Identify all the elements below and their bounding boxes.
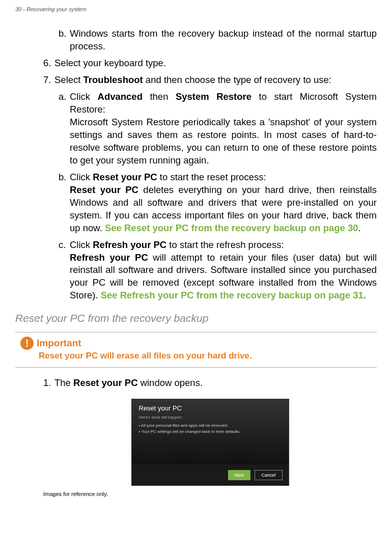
list-sub-b-top: b. Windows starts from the recovery back… [59,27,377,53]
text-pre: Select [54,74,83,85]
cancel-button: Cancel [255,470,282,480]
important-note: !Important Reset your PC will erase all … [15,332,377,368]
marker: c. [59,239,66,252]
text: Windows starts from the recovery backup … [70,28,377,51]
text-pre: The [54,377,73,388]
note-body: Reset your PC will erase all files on yo… [39,351,372,361]
text-pre: Click [70,172,93,182]
page-header: 30 - Recovering your system [15,6,377,12]
bold1: Reset your PC [93,172,157,182]
screenshot-container: Reset your PC Here's what will happen: •… [43,399,377,486]
body: Reset your PC deletes everything on your… [70,184,377,235]
period: . [358,223,361,233]
bold1: Reset your PC [73,377,137,388]
screenshot-bullet1: • All your personal files and apps will … [139,423,282,429]
list-item-6: 6. Select your keyboard type. [43,57,377,70]
marker: b. [59,171,66,184]
text-pre: Click [70,239,93,250]
text-post: to start the refresh process: [166,239,284,250]
text: Select your keyboard type. [54,58,166,68]
screenshot-bullet2: • Your PC settings will be changed back … [139,429,282,435]
body-bold: Reset your PC [70,184,138,195]
list-item-1: 1. The Reset your PC window opens. [43,377,377,390]
list-sub-b: b. Click Reset your PC to start the rese… [59,171,377,235]
marker: b. [59,27,66,40]
cross-ref-link[interactable]: See Refresh your PC from the recovery ba… [101,290,363,300]
text-post: to start the reset process: [157,172,266,182]
screenshot-subtitle: Here's what will happen: [139,415,282,420]
list-sub-c: c. Click Refresh your PC to start the re… [59,239,377,302]
body: Microsoft System Restore periodically ta… [70,116,377,167]
bold1: Advanced [98,91,143,102]
list-item-7: 7. Select Troubleshoot and then choose t… [43,74,377,87]
list-sub-a: a. Click Advanced then System Restore to… [59,91,377,167]
next-button: Next [228,470,251,480]
text-mid: then [143,91,176,102]
important-icon: ! [20,337,34,350]
note-title: Important [37,338,81,348]
text-pre: Click [70,91,98,102]
marker: 6. [43,57,51,70]
bold2: System Restore [176,91,251,102]
period: . [363,290,366,300]
body-bold: Refresh your PC [70,252,148,263]
body: Refresh your PC will attempt to retain y… [70,252,377,302]
image-caption: Images for reference only. [43,491,377,497]
text-bold: Troubleshoot [83,74,143,85]
marker: 7. [43,74,51,87]
text-post: window opens. [138,377,203,388]
marker: 1. [43,377,51,390]
text-post: and then choose the type of recovery to … [143,74,331,85]
screenshot-title: Reset your PC [139,404,282,412]
marker: a. [59,91,66,103]
section-heading: Reset your PC from the recovery backup [15,312,377,324]
cross-ref-link[interactable]: See Reset your PC from the recovery back… [105,223,358,233]
bold1: Refresh your PC [93,239,166,250]
reset-pc-screenshot: Reset your PC Here's what will happen: •… [131,399,289,486]
